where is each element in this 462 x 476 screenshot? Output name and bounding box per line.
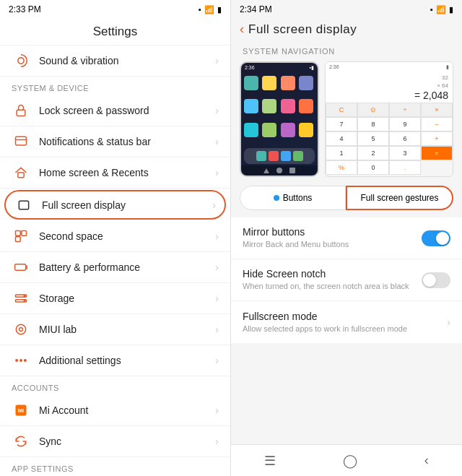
arrow-second-space: ›	[215, 230, 219, 242]
status-icons-right: ▪ 📶 ▮	[430, 5, 453, 14]
mi-icon: Mi	[12, 401, 30, 420]
menu-label-fullscreen: Full screen display	[42, 199, 212, 211]
wifi-icon: 📶	[204, 5, 214, 14]
fullscreen-icon	[14, 196, 33, 215]
menu-item-lock[interactable]: Lock screen & password ›	[0, 95, 230, 126]
setting-hide-notch[interactable]: Hide Screen notch When turned on, the sc…	[231, 259, 462, 301]
left-panel: 2:33 PM ▪ 📶 ▮ Settings Sound & vibration…	[0, 0, 231, 476]
home-nav-dot	[276, 168, 282, 173]
calc-btn-5[interactable]: 5	[357, 131, 389, 146]
app-icon	[262, 99, 276, 113]
svg-rect-9	[15, 264, 26, 270]
svg-point-13	[24, 300, 25, 302]
battery-perf-icon	[12, 258, 30, 277]
calc-btn-3[interactable]: 3	[389, 146, 421, 160]
svg-rect-2	[16, 137, 27, 145]
battery-icon: ▮	[217, 5, 222, 14]
bottom-back-icon[interactable]: ‹	[424, 453, 429, 468]
menu-item-second-space[interactable]: Second space ›	[0, 221, 230, 252]
calc-btn-percent[interactable]: %	[326, 160, 357, 175]
mirror-buttons-toggle[interactable]	[422, 230, 450, 246]
calc-btn-plus[interactable]: +	[421, 131, 453, 146]
calc-btn-x[interactable]: ×	[421, 103, 453, 117]
svg-point-0	[18, 58, 24, 64]
calc-btn-4[interactable]: 4	[326, 131, 357, 146]
calc-btn-dot[interactable]: .	[389, 160, 421, 175]
menu-item-sound[interactable]: Sound & vibration ›	[0, 46, 230, 77]
sync-icon	[12, 432, 30, 451]
menu-label-sync: Sync	[39, 436, 215, 447]
menu-item-battery[interactable]: Battery & performance ›	[0, 252, 230, 283]
menu-item-notifications[interactable]: Notifications & status bar ›	[0, 126, 230, 157]
mirror-buttons-knob	[436, 232, 449, 245]
calc-btn-0[interactable]: 0	[357, 160, 389, 175]
calc-btn-c[interactable]: C	[326, 103, 357, 117]
calc-small1: 32	[330, 74, 448, 82]
notification-icon	[12, 132, 30, 151]
calc-btn-7[interactable]: 7	[326, 117, 357, 131]
toggle-buttons[interactable]: Buttons	[240, 186, 346, 210]
calc-btn-equals[interactable]: =	[421, 146, 453, 160]
menu-item-mi-account[interactable]: Mi Mi Account ›	[0, 395, 230, 426]
menu-item-additional[interactable]: Additional settings ›	[0, 345, 230, 376]
arrow-mi-account: ›	[215, 404, 219, 416]
miui-icon	[12, 320, 30, 339]
buttons-label: Buttons	[283, 193, 313, 203]
calc-btn-eye[interactable]: ⊙	[357, 103, 389, 117]
app-icon	[244, 123, 258, 137]
svg-point-12	[24, 295, 25, 297]
calc-btn-6[interactable]: 6	[389, 131, 421, 146]
dock-icon	[293, 151, 303, 161]
calc-btn-1[interactable]: 1	[326, 146, 357, 160]
bottom-home-icon[interactable]: ◯	[343, 453, 357, 469]
calc-btn-2[interactable]: 2	[357, 146, 389, 160]
menu-item-fullscreen[interactable]: Full screen display ›	[4, 190, 226, 220]
hide-notch-toggle[interactable]	[422, 272, 450, 288]
calc-result: = 2,048	[330, 90, 448, 101]
svg-point-18	[25, 360, 27, 362]
arrow-miui: ›	[215, 324, 219, 335]
storage-icon	[12, 289, 30, 308]
calc-preview: 2:36 ▮ 32 × 64 = 2,048 C ⊙ ÷ × 7 8 9 − 4…	[325, 61, 453, 177]
sim-icon: ▪	[199, 5, 201, 14]
menu-label-battery: Battery & performance	[39, 261, 215, 273]
app-icon	[281, 99, 295, 113]
menu-item-sync[interactable]: Sync ›	[0, 426, 230, 457]
phone-dock	[244, 148, 315, 164]
app-icon	[281, 76, 295, 90]
arrow-sound: ›	[215, 55, 219, 66]
mirror-buttons-subtitle: Mirror Back and Menu buttons	[243, 239, 422, 249]
arrow-notifications: ›	[215, 136, 219, 147]
dock-icon	[269, 151, 279, 161]
menu-item-home[interactable]: Home screen & Recents ›	[0, 157, 230, 189]
calc-display: 32 × 64 = 2,048	[326, 72, 453, 103]
fullscreen-mode-title: Fullscreen mode	[243, 311, 447, 322]
calc-btn-8[interactable]: 8	[357, 117, 389, 131]
menu-item-storage[interactable]: Storage ›	[0, 283, 230, 314]
svg-rect-5	[19, 201, 28, 209]
calc-grid: C ⊙ ÷ × 7 8 9 − 4 5 6 + 1 2 3 = % 0 .	[326, 103, 453, 175]
menu-label-miui: MIUI lab	[39, 324, 215, 335]
toggle-fullscreen-gestures[interactable]: Full screen gestures	[346, 186, 453, 210]
svg-point-16	[16, 360, 18, 362]
svg-rect-8	[16, 237, 21, 242]
calc-btn-9[interactable]: 9	[389, 117, 421, 131]
nav-toggle-row: Buttons Full screen gestures	[231, 186, 462, 217]
home-icon	[12, 163, 30, 182]
app-icon	[299, 123, 313, 137]
menu-item-miui[interactable]: MIUI lab ›	[0, 314, 230, 345]
app-icon	[299, 76, 313, 90]
phone-app-grid	[241, 73, 318, 147]
calc-btn-div[interactable]: ÷	[389, 103, 421, 117]
calc-btn-minus[interactable]: −	[421, 117, 453, 131]
setting-fullscreen-mode[interactable]: Fullscreen mode Allow selected apps to w…	[231, 301, 462, 343]
setting-mirror-buttons[interactable]: Mirror buttons Mirror Back and Menu butt…	[231, 217, 462, 259]
bottom-menu-icon[interactable]: ☰	[264, 453, 276, 469]
phone-status: 2:36 ▪▮	[241, 63, 318, 73]
app-icon	[262, 76, 276, 90]
phone-preview: 2:36 ▪▮	[240, 61, 319, 177]
arrow-sync: ›	[215, 436, 219, 447]
back-button[interactable]: ‹	[240, 22, 244, 37]
svg-point-15	[19, 328, 23, 332]
dock-icon	[256, 151, 266, 161]
